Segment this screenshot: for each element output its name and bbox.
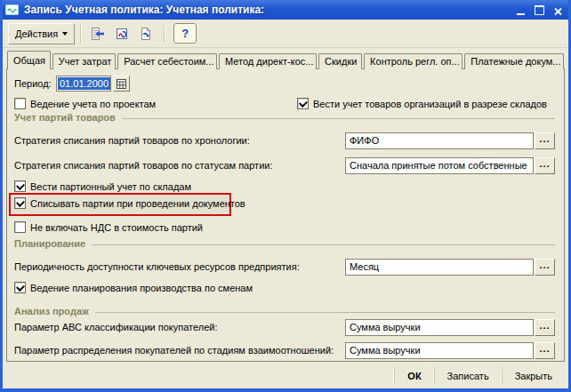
checkbox-label[interactable]: Ведение планирования производства по сме…	[30, 283, 253, 293]
field-label: Стратегия списания партий товаров по хро…	[14, 135, 250, 146]
field-label: Параметр АВС классификации покупателей:	[14, 322, 217, 332]
minimize-icon	[517, 13, 525, 15]
minimize-button[interactable]	[515, 4, 527, 16]
abc-classification-param-field[interactable]: Сумма выручки	[345, 319, 534, 336]
actions-menu-label: Действия	[15, 28, 58, 39]
chronology-strategy-field[interactable]: ФИФО	[345, 132, 534, 149]
checkbox-label[interactable]: Списывать партии при проведении документ…	[30, 198, 245, 209]
field-label: Стратегия списания партий товаров по ста…	[14, 160, 273, 171]
tab-regulated-control[interactable]: Контроль регл. оп...	[364, 53, 462, 69]
tab-discounts[interactable]: Скидки	[318, 53, 362, 69]
window-controls	[515, 4, 564, 16]
help-icon: ?	[181, 27, 189, 40]
relationship-stage-param-picker-button[interactable]: ...	[535, 342, 555, 359]
group-underline	[92, 244, 555, 245]
page-arrow-icon	[139, 27, 153, 41]
accounting-policy-window: Запись Учетная политика: Учетная политик…	[0, 0, 571, 392]
refresh-button[interactable]	[110, 24, 133, 44]
footer-button-bar: ОК Записать Закрыть	[3, 364, 565, 388]
checkbox-row-org-warehouses[interactable]: Вести учет товаров организаций в разрезе…	[297, 97, 547, 110]
chronology-strategy-picker-button[interactable]: ...	[535, 132, 555, 149]
checkbox-row-batch-by-warehouse[interactable]: Вести партионный учет по складам	[14, 180, 191, 193]
batch-status-strategy-field[interactable]: Сначала принятые потом собственные	[345, 157, 534, 174]
window-title: Запись Учетная политика: Учетная политик…	[24, 4, 515, 16]
titlebar: Запись Учетная политика: Учетная политик…	[0, 0, 571, 20]
checkbox-row-no-vat-in-batch-cost[interactable]: Не включать НДС в стоимость партий	[14, 220, 203, 234]
group-underline	[95, 312, 555, 313]
key-resources-periodicity-field[interactable]: Месяц	[345, 259, 534, 276]
checkbox-label[interactable]: Вести партионный учет по складам	[30, 181, 191, 192]
group-underline	[122, 118, 555, 119]
form-icon	[5, 4, 20, 16]
period-input[interactable]: 01.01.2000	[56, 76, 111, 92]
period-value-selected: 01.01.2000	[58, 77, 110, 90]
field-label: Параметр распределения покупателей по ст…	[14, 345, 334, 356]
maximize-button[interactable]	[534, 4, 545, 16]
actions-menu-button[interactable]: Действия	[8, 23, 75, 44]
checkbox[interactable]	[14, 221, 26, 233]
period-label: Период:	[14, 78, 52, 89]
tab-cost-calculation[interactable]: Расчет себестоим...	[117, 53, 217, 69]
group-header-batch-accounting: Учет партий товаров	[14, 112, 555, 123]
checkbox[interactable]	[14, 180, 26, 192]
dropdown-arrow-icon	[62, 32, 68, 36]
checkbox-row-projects[interactable]: Ведение учета по проектам	[14, 97, 156, 110]
checkbox-row-writeoff-on-posting[interactable]: Списывать партии при проведении документ…	[14, 196, 245, 210]
checkbox[interactable]	[14, 197, 26, 209]
tab-general[interactable]: Общая	[7, 51, 51, 69]
toolbar-separator	[80, 25, 81, 43]
field-label: Периодичность доступности ключевых ресур…	[14, 261, 300, 272]
checkbox-label[interactable]: Не включать НДС в стоимость партий	[30, 222, 203, 233]
tab-cost-accounting[interactable]: Учет затрат	[52, 53, 117, 69]
relationship-stage-param-field[interactable]: Сумма выручки	[345, 342, 534, 359]
general-tab-panel: Период: 01.01.2000 Ведение учета по прое…	[6, 68, 565, 362]
checkbox[interactable]	[14, 282, 26, 293]
batch-status-strategy-picker-button[interactable]: ...	[535, 157, 555, 174]
help-button[interactable]: ?	[173, 23, 197, 44]
goto-button[interactable]	[134, 24, 157, 44]
group-title: Учет партий товаров	[14, 112, 116, 123]
group-header-planning: Планирование	[14, 238, 555, 249]
checkbox-label[interactable]: Вести учет товаров организаций в разрезе…	[313, 99, 547, 109]
key-resources-periodicity-picker-button[interactable]: ...	[535, 259, 555, 276]
group-title: Планирование	[14, 238, 85, 249]
calendar-button[interactable]	[113, 76, 130, 92]
calendar-icon	[117, 79, 126, 89]
toolbar-separator	[164, 25, 165, 43]
toolbar: Действия	[3, 20, 568, 48]
ok-button[interactable]: ОК	[394, 367, 433, 385]
window-refresh-icon	[115, 27, 129, 41]
close-icon	[554, 7, 562, 16]
reread-button[interactable]	[86, 24, 109, 44]
close-form-button[interactable]: Закрыть	[502, 367, 565, 385]
list-arrow-icon	[91, 27, 105, 41]
abc-classification-param-picker-button[interactable]: ...	[535, 319, 555, 336]
tab-strip: Общая Учет затрат Расчет себестоим... Ме…	[7, 51, 566, 69]
tab-payment-documents[interactable]: Платежные докум...	[464, 53, 564, 69]
maximize-icon	[535, 5, 544, 15]
checkbox-label[interactable]: Ведение учета по проектам	[30, 99, 156, 109]
checkbox-row-shift-planning[interactable]: Ведение планирования производства по сме…	[14, 281, 253, 294]
checkbox[interactable]	[14, 98, 26, 109]
group-header-sales-analysis: Анализ продаж	[14, 306, 555, 316]
group-title: Анализ продаж	[14, 306, 89, 316]
tab-direct-costing[interactable]: Метод директ-кос...	[219, 53, 317, 69]
checkbox[interactable]	[297, 98, 309, 109]
close-button[interactable]	[552, 4, 564, 16]
write-button[interactable]: Записать	[434, 367, 502, 385]
